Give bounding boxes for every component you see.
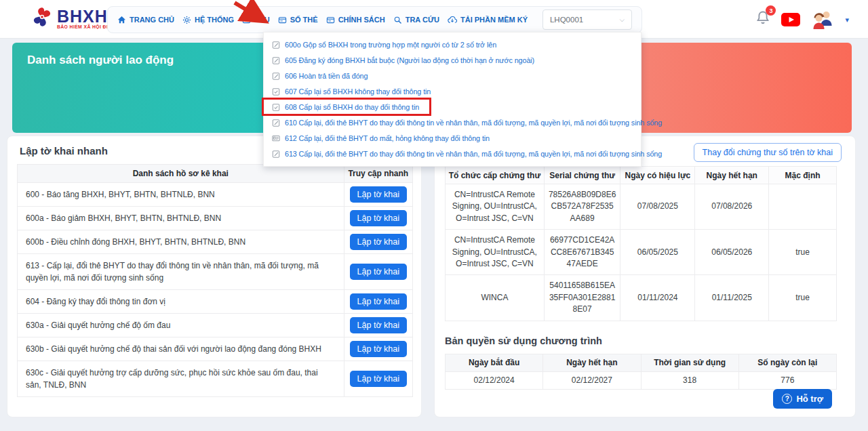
cert-cell-c5 (769, 184, 837, 230)
dropdown-item-612[interactable]: 612 Cấp lại, đổi thẻ BHYT do mất, hỏng k… (264, 130, 641, 146)
caret-down-icon[interactable]: ▾ (845, 16, 849, 24)
dropdown-item-label: 600o Gộp sổ BHXH trong trường hợp một ng… (285, 41, 496, 49)
cert-cell-c3: 01/11/2024 (620, 275, 695, 321)
cert-cell-c4: 07/08/2026 (695, 184, 769, 230)
column-header-start-date: Ngày bắt đầu (446, 354, 543, 371)
quick-access-cell: Lập tờ khai (344, 337, 412, 361)
unit-select[interactable]: LHQ0001 ⌵ (542, 9, 632, 30)
edit-square-icon (272, 150, 280, 158)
lap-to-khai-button[interactable]: Lập tờ khai (350, 186, 407, 203)
dropdown-item-label: 610 Cấp lại, đổi thẻ BHYT do thay đổi th… (285, 119, 662, 127)
check-square-icon (272, 87, 280, 96)
dropdown-item-607[interactable]: 607 Cấp lại sổ BHXH không thay đổi thông… (264, 83, 641, 99)
table-row: CN=IntrustCA Remote Signing, OU=IntrustC… (446, 184, 837, 230)
check-square-icon (272, 103, 280, 111)
cert-cell-c3: 06/05/2025 (620, 230, 695, 275)
quick-access-cell: Lập tờ khai (344, 230, 412, 254)
id-card-icon (272, 134, 280, 142)
nav-item-label: TẢI PHẦN MỀM KÝ (460, 16, 528, 24)
nav-item-label: SỐ THẺ (290, 16, 318, 24)
dropdown-item-600o[interactable]: 600o Gộp sổ BHXH trong trường hợp một ng… (264, 37, 641, 52)
nav-item-so-the[interactable]: SỐ THẺ (278, 16, 318, 24)
cert-cell-serial: 66977CD1CE42ACC8E67671B34547AEDE (544, 230, 620, 275)
column-header-cert-org: Tổ chức cấp chứng thư (446, 167, 545, 184)
column-header-documents: Danh sách hồ sơ kê khai (18, 165, 344, 183)
support-button-label: Hỗ trợ (796, 394, 823, 404)
document-name-cell: 600 - Báo tăng BHXH, BHYT, BHTN, BHTNLĐ,… (18, 183, 344, 207)
column-header-cert-expires: Ngày hết hạn (695, 167, 769, 184)
license-table: Ngày bắt đầu Ngày hết hạn Thời gian sử d… (445, 354, 837, 390)
support-button[interactable]: ? Hỗ trợ (773, 389, 832, 409)
dropdown-item-613[interactable]: 613 Cấp lại, đổi thẻ BHYT do thay đổi th… (264, 146, 641, 161)
edit-square-icon (272, 41, 280, 49)
nav-item-label: HỆ THỐNG (195, 16, 234, 24)
nav-item-thu[interactable]: THU (242, 16, 270, 24)
table-row: 613 - Cấp lại, đổi thẻ BHYT do thay đổi … (18, 254, 413, 290)
document-name-cell: 604 - Đăng ký thay đổi thông tin đơn vị (18, 290, 344, 314)
cert-cell-serial: 78526A8B09D8E6CB572A78F2535AA689 (544, 184, 620, 230)
quick-declaration-panel: Lập tờ khai nhanh Danh sách hồ sơ kê kha… (7, 136, 422, 417)
unit-select-value: LHQ0001 (550, 16, 583, 24)
lap-to-khai-button[interactable]: Lập tờ khai (350, 210, 407, 226)
quick-access-cell: Lập tờ khai (344, 290, 412, 314)
license-title: Bản quyền sử dụng chương trình (445, 335, 855, 346)
cert-cell-c4: 01/11/2025 (695, 275, 769, 321)
certificates-panel: Thay đổi chứng thư số trên tờ khai Tổ ch… (434, 136, 856, 417)
column-header-cert-serial: Serial chứng thư (544, 167, 620, 184)
lap-to-khai-button[interactable]: Lập tờ khai (350, 234, 407, 250)
column-header-quick-access: Truy cập nhanh (344, 165, 412, 183)
nav-item-he-thong[interactable]: HỆ THỐNG (182, 16, 234, 24)
table-row: 02/12/202402/12/2027318776 (446, 371, 837, 389)
notification-count-badge: 3 (766, 5, 776, 16)
lap-to-khai-button[interactable]: Lập tờ khai (350, 341, 407, 357)
question-icon: ? (782, 394, 792, 404)
edit-square-icon (272, 119, 280, 127)
dropdown-item-610[interactable]: 610 Cấp lại, đổi thẻ BHYT do thay đổi th… (264, 115, 641, 130)
dropdown-item-label: 606 Hoàn trả tiền đã đóng (285, 72, 368, 80)
nav-item-tra-cuu[interactable]: TRA CỨU (393, 16, 439, 24)
nav-item-label: THU (254, 16, 270, 24)
home-icon (117, 16, 126, 24)
dropdown-item-605[interactable]: 605 Đăng ký đóng BHXH bắt buộc (Người la… (264, 52, 641, 68)
download-icon (448, 16, 457, 24)
so-the-dropdown-menu: 600o Gộp sổ BHXH trong trường hợp một ng… (263, 32, 642, 167)
lap-to-khai-button[interactable]: Lập tờ khai (350, 293, 407, 310)
nav-item-trang-chu[interactable]: TRANG CHỦ (117, 16, 174, 24)
cert-cell-c4: 06/05/2026 (695, 230, 769, 275)
cert-cell-serial: 54011658B615EA35FF0A301E28818E07 (544, 275, 620, 321)
document-name-cell: 630b - Giải quyết hưởng chế độ thai sản … (18, 337, 344, 361)
table-row: WINCA54011658B615EA35FF0A301E28818E0701/… (446, 275, 837, 321)
bhxh-flower-icon (31, 6, 53, 30)
lap-to-khai-button[interactable]: Lập tờ khai (350, 317, 407, 333)
dropdown-item-label: 605 Đăng ký đóng BHXH bắt buộc (Người la… (285, 56, 534, 64)
youtube-icon[interactable] (781, 13, 800, 26)
document-name-cell: 630a - Giải quyết hưởng chế độ ốm đau (18, 314, 344, 337)
table-row: 600 - Báo tăng BHXH, BHYT, BHTN, BHTNLĐ,… (18, 183, 413, 207)
dropdown-items: 600o Gộp sổ BHXH trong trường hợp một ng… (264, 37, 641, 161)
document-name-cell: 613 - Cấp lại, đổi thẻ BHYT do thay đổi … (18, 254, 344, 290)
nav-item-chinh-sach[interactable]: CHÍNH SÁCH (326, 16, 385, 24)
lap-to-khai-button[interactable]: Lập tờ khai (350, 371, 407, 387)
nav-item-tai-phan-mem-ky[interactable]: TẢI PHẦN MỀM KÝ (448, 16, 528, 24)
user-avatar[interactable] (811, 9, 834, 30)
dropdown-item-label: 612 Cấp lại, đổi thẻ BHYT do mất, hỏng k… (285, 134, 490, 142)
quick-access-cell: Lập tờ khai (344, 254, 412, 290)
change-certificate-button[interactable]: Thay đổi chứng thư số trên tờ khai (694, 143, 842, 162)
nav-item-label: TRANG CHỦ (130, 16, 174, 24)
license-cell: 02/12/2027 (543, 371, 641, 389)
dropdown-item-608[interactable]: 608 Cấp lại sổ BHXH do thay đổi thông ti… (264, 99, 641, 115)
notifications-button[interactable]: 3 (755, 10, 770, 29)
nav-item-label: TRA CỨU (406, 16, 439, 24)
cert-cell-org: CN=IntrustCA Remote Signing, OU=IntrustC… (446, 184, 545, 230)
lap-to-khai-button[interactable]: Lập tờ khai (350, 264, 407, 280)
quick-access-cell: Lập tờ khai (344, 207, 412, 230)
cert-cell-c5: true (769, 275, 837, 321)
quick-access-cell: Lập tờ khai (344, 314, 412, 337)
gear-icon (182, 16, 191, 24)
table-row: 630a - Giải quyết hưởng chế độ ốm đauLập… (18, 314, 413, 337)
dropdown-item-606[interactable]: 606 Hoàn trả tiền đã đóng (264, 68, 641, 83)
table-row: 600b - Điều chỉnh đóng BHXH, BHYT, BHTN,… (18, 230, 413, 254)
column-header-cert-valid-from: Ngày có hiệu lực (620, 167, 695, 184)
card-icon (278, 16, 287, 24)
license-cell: 318 (641, 371, 738, 389)
